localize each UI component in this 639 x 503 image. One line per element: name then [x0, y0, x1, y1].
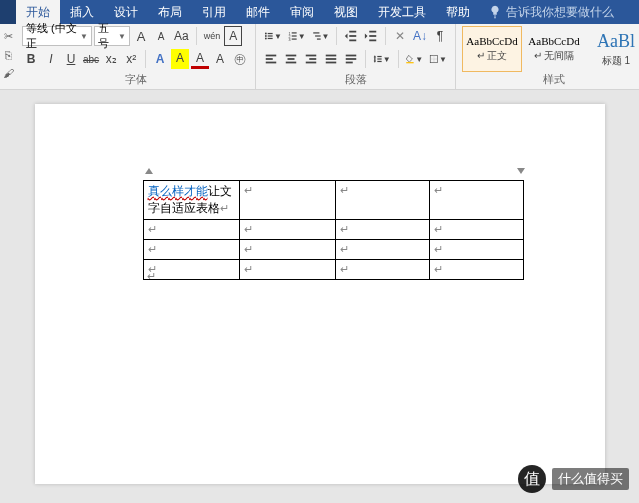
svg-point-2	[265, 35, 267, 37]
svg-point-4	[265, 38, 267, 40]
tab-file[interactable]	[0, 0, 16, 24]
show-marks-button[interactable]: ¶	[431, 26, 449, 46]
line-spacing-button[interactable]: ▼	[371, 49, 393, 69]
table-cell[interactable]: ↵	[335, 181, 429, 220]
para-mark: ↵	[244, 243, 253, 255]
shading-button[interactable]: ▼	[403, 49, 425, 69]
line-spacing-icon	[373, 52, 383, 66]
table-cell[interactable]: 真么样才能让文字自适应表格↵	[143, 181, 239, 220]
char-border-button[interactable]: A	[224, 26, 242, 46]
style-nospace-name: ↵ 无间隔	[534, 49, 575, 63]
char-shading-button[interactable]: A	[211, 49, 229, 69]
tell-me-search[interactable]: 告诉我你想要做什么	[488, 4, 614, 21]
change-case-button[interactable]: Aa	[172, 26, 191, 46]
svg-rect-3	[268, 35, 273, 36]
borders-button[interactable]: ▼	[427, 49, 449, 69]
table-cell[interactable]: ↵	[239, 220, 335, 240]
align-center-button[interactable]	[282, 49, 300, 69]
svg-rect-24	[286, 55, 297, 57]
text-effects-button[interactable]: A	[151, 49, 169, 69]
svg-rect-15	[349, 31, 356, 33]
table-cell[interactable]: ↵	[239, 260, 335, 280]
table-cell[interactable]: ↵	[239, 181, 335, 220]
table-cell[interactable]: ↵	[335, 260, 429, 280]
content-table[interactable]: 真么样才能让文字自适应表格↵ ↵ ↵ ↵ ↵ ↵ ↵ ↵ ↵ ↵ ↵ ↵ ↵ ↵…	[143, 180, 524, 280]
grow-font-button[interactable]: A	[132, 26, 150, 46]
justify-button[interactable]	[322, 49, 340, 69]
decrease-indent-button[interactable]	[342, 26, 360, 46]
increase-indent-button[interactable]	[362, 26, 380, 46]
style-normal-name: ↵ 正文	[477, 49, 508, 63]
format-painter-icon[interactable]: 🖌	[3, 67, 14, 79]
tab-references[interactable]: 引用	[192, 0, 236, 24]
style-heading1[interactable]: AaBl 标题 1	[586, 26, 639, 72]
bullets-button[interactable]: ▼	[262, 26, 284, 46]
shrink-font-button[interactable]: A	[152, 26, 170, 46]
tab-review[interactable]: 审阅	[280, 0, 324, 24]
copy-icon[interactable]: ⎘	[5, 49, 12, 61]
table-cell[interactable]: ↵	[335, 220, 429, 240]
table-cell[interactable]: ↵	[239, 240, 335, 260]
multilevel-button[interactable]: ▼	[310, 26, 332, 46]
svg-rect-39	[407, 62, 414, 63]
svg-rect-16	[349, 35, 356, 37]
para-mark: ↵	[434, 243, 443, 255]
cell-hyperlink[interactable]: 真么样才能	[148, 184, 208, 198]
pinyin-guide-button[interactable]: wén	[202, 26, 223, 46]
style-nospace[interactable]: AaBbCcDd ↵ 无间隔	[524, 26, 584, 72]
table-cell[interactable]: ↵	[429, 181, 523, 220]
distribute-button[interactable]	[342, 49, 360, 69]
table-cell[interactable]: ↵	[143, 260, 239, 280]
style-nospace-preview: AaBbCcDd	[528, 35, 579, 47]
table-row[interactable]: 真么样才能让文字自适应表格↵ ↵ ↵ ↵	[143, 181, 523, 220]
document-area: 真么样才能让文字自适应表格↵ ↵ ↵ ↵ ↵ ↵ ↵ ↵ ↵ ↵ ↵ ↵ ↵ ↵…	[0, 90, 639, 503]
table-cell[interactable]: ↵	[429, 240, 523, 260]
numbering-button[interactable]: 123▼	[286, 26, 308, 46]
table-cell[interactable]: ↵	[143, 220, 239, 240]
table-row[interactable]: ↵ ↵ ↵ ↵	[143, 240, 523, 260]
highlight-button[interactable]: A	[171, 49, 189, 69]
table-cell[interactable]: ↵	[429, 260, 523, 280]
tab-mailings[interactable]: 邮件	[236, 0, 280, 24]
ribbon: ✂ ⎘ 🖌 等线 (中文正▼ 五号▼ A A Aa wén A B I U ab…	[0, 24, 639, 90]
tab-help[interactable]: 帮助	[436, 0, 480, 24]
table-row[interactable]: ↵ ↵ ↵ ↵	[143, 260, 523, 280]
cut-icon[interactable]: ✂	[4, 30, 13, 43]
table-cell[interactable]: ↵	[429, 220, 523, 240]
font-name-combo[interactable]: 等线 (中文正▼	[22, 26, 92, 46]
tab-layout[interactable]: 布局	[148, 0, 192, 24]
align-left-button[interactable]	[262, 49, 280, 69]
group-font: 等线 (中文正▼ 五号▼ A A Aa wén A B I U abc x₂ x…	[16, 24, 256, 89]
para-mark: ↵	[434, 184, 443, 196]
page[interactable]: 真么样才能让文字自适应表格↵ ↵ ↵ ↵ ↵ ↵ ↵ ↵ ↵ ↵ ↵ ↵ ↵ ↵…	[35, 104, 605, 484]
tab-view[interactable]: 视图	[324, 0, 368, 24]
font-size-combo[interactable]: 五号▼	[94, 26, 130, 46]
superscript-button[interactable]: x²	[122, 49, 140, 69]
style-normal[interactable]: AaBbCcDd ↵ 正文	[462, 26, 522, 72]
svg-rect-18	[369, 31, 376, 33]
svg-rect-13	[315, 35, 321, 36]
clipboard-side: ✂ ⎘ 🖌	[0, 30, 16, 79]
table-cell[interactable]: ↵	[143, 240, 239, 260]
align-right-button[interactable]	[302, 49, 320, 69]
lightbulb-icon	[488, 5, 502, 19]
tell-me-text: 告诉我你想要做什么	[506, 4, 614, 21]
ltr-button[interactable]: ✕	[391, 26, 409, 46]
para-mark: ↵	[340, 263, 349, 275]
sort-button[interactable]: A↓	[411, 26, 429, 46]
bold-button[interactable]: B	[22, 49, 40, 69]
para-mark: ↵	[340, 223, 349, 235]
font-color-button[interactable]: A	[191, 49, 209, 69]
enclose-char-button[interactable]: ㊥	[231, 49, 249, 69]
table-cell[interactable]: ↵	[335, 240, 429, 260]
svg-rect-34	[346, 58, 357, 60]
svg-rect-14	[317, 38, 321, 39]
indent-icon	[364, 29, 378, 43]
italic-button[interactable]: I	[42, 49, 60, 69]
underline-button[interactable]: U	[62, 49, 80, 69]
subscript-button[interactable]: x₂	[102, 49, 120, 69]
table-row[interactable]: ↵ ↵ ↵ ↵	[143, 220, 523, 240]
ribbon-tabs: 开始 插入 设计 布局 引用 邮件 审阅 视图 开发工具 帮助 告诉我你想要做什…	[0, 0, 639, 24]
strike-button[interactable]: abc	[82, 49, 100, 69]
tab-developer[interactable]: 开发工具	[368, 0, 436, 24]
